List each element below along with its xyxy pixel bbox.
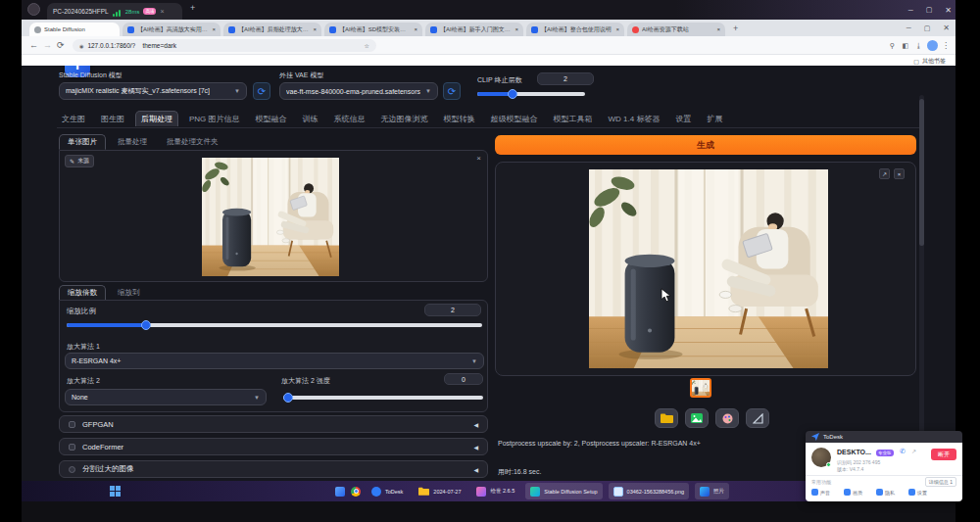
quick-action-sound[interactable]: 声音 [811,489,830,496]
profile-avatar[interactable] [927,40,938,51]
clip-skip-slider[interactable] [477,92,585,96]
slider-knob[interactable] [508,89,517,99]
maximize-icon[interactable]: ▢ [926,6,933,14]
maximize-icon[interactable]: ▢ [924,24,931,32]
chrome-icon[interactable] [351,487,361,497]
disconnect-button[interactable]: 断开 [931,449,956,460]
open-folder-button[interactable] [655,408,678,428]
tab-close-icon[interactable]: × [313,26,317,32]
upscaler2-visibility-value[interactable]: 0 [444,373,483,385]
expand-icon[interactable]: ↗ [879,168,890,179]
tab-scale-to[interactable]: 缩放到 [110,286,148,300]
output-image[interactable] [589,169,828,368]
tab-checkpoint-merger[interactable]: 模型融合 [251,112,292,126]
widgets-icon[interactable] [335,487,345,497]
tab-extras[interactable]: 后期处理 [135,111,178,126]
generate-button[interactable]: 生成 [495,135,916,155]
sd-model-dropdown[interactable]: majicMIX realistic 麦橘写实_v7.safetensors [… [59,82,247,100]
tab-close-icon[interactable]: × [514,26,518,32]
taskbar-item-photos[interactable]: 照片 [695,483,729,499]
scale-value[interactable]: 2 [424,304,481,316]
tab-close-icon[interactable]: × [716,26,720,32]
ruler-button[interactable] [746,408,769,428]
close-panel-icon[interactable]: × [894,168,905,179]
slider-knob[interactable] [141,320,151,330]
tab-close-icon[interactable]: × [615,26,619,32]
checkbox[interactable] [69,421,75,428]
tab-close-icon[interactable]: × [212,26,216,32]
taskbar-item-folder[interactable]: 2024-07-27 [414,483,466,499]
todesk-popup-header[interactable]: ToDesk [806,431,962,443]
new-tab-button[interactable]: + [733,24,738,33]
quick-action-quality[interactable]: 画质 [844,489,862,496]
palette-button[interactable] [715,408,739,428]
tab-png-info[interactable]: PNG 图片信息 [184,112,245,126]
menu-kebab-icon[interactable]: ⋮ [942,36,950,55]
taskbar-item-todesk[interactable]: ToDesk [367,483,408,499]
upscaler2-dropdown[interactable]: None▼ [65,389,267,405]
scale-slider[interactable] [67,323,482,327]
minimize-icon[interactable]: ─ [906,24,911,31]
subtab-batch-folder[interactable]: 批量处理文件夹 [159,135,226,149]
source-image-dropzone[interactable]: ✎来源 × [59,150,488,282]
tab-model-converter[interactable]: 模型转换 [439,112,480,126]
refresh-vae-button[interactable]: ⟳ [443,82,461,100]
tab-super-merger[interactable]: 超级模型融合 [486,112,543,126]
tab-close-icon[interactable]: × [414,26,417,32]
tab-img2img[interactable]: 图生图 [96,112,129,126]
taskbar-item-sd-setup[interactable]: Stable Diffusion Setup [525,483,602,499]
browser-tab[interactable]: 【AI绘画】整合包使用说明× [526,23,624,36]
accordion-codeformer[interactable]: CodeFormer ◀ [59,438,488,455]
start-button[interactable] [110,486,121,497]
upscaler2-visibility-slider[interactable] [283,396,483,400]
clear-image-icon[interactable]: × [476,154,481,163]
upscaler1-dropdown[interactable]: R-ESRGAN 4x+▼ [65,353,484,369]
taskbar-item-launcher[interactable]: 绘世 2.6.5 [471,483,519,499]
input-image[interactable] [202,158,339,276]
bookmark-star-icon[interactable]: ☆ [365,42,369,49]
tab-model-toolkit[interactable]: 模型工具箱 [549,112,598,126]
extension-icon[interactable]: ⚲ [890,36,895,55]
subtab-batch-process[interactable]: 批量处理 [110,135,155,149]
slider-knob[interactable] [283,393,293,403]
scrollbar-thumb[interactable] [919,99,924,246]
browser-tab[interactable]: 【AI绘画】高清放大实用教程× [122,23,220,36]
quick-action-settings[interactable]: 设置 [908,489,927,496]
result-thumbnail[interactable] [690,378,711,398]
tab-scale-by[interactable]: 缩放倍数 [59,285,106,301]
tab-extensions[interactable]: 扩展 [702,112,727,126]
tab-wd14-tagger[interactable]: WD 1.4 标签器 [604,112,665,126]
tab-settings[interactable]: 设置 [670,112,696,126]
new-session-button[interactable]: + [190,3,195,13]
remote-session-tab[interactable]: PC-20240625HFPL 28ms 高清 × [47,3,182,20]
accordion-split-oversize[interactable]: 分割过大的图像 ◀ [59,460,488,478]
call-icon[interactable]: ✆ [900,448,906,455]
tab-system-info[interactable]: 系统信息 [329,112,370,126]
vae-dropdown[interactable]: vae-ft-mse-840000-ema-pruned.safetensors… [279,82,438,100]
download-icon[interactable]: ⭳ [915,36,922,55]
refresh-models-button[interactable]: ⟳ [253,82,270,100]
save-image-button[interactable] [685,408,709,428]
taskbar-item-png-file[interactable]: 03462-1563288456.png [609,483,689,499]
site-info-icon[interactable]: ◉ [79,43,83,49]
minimize-icon[interactable]: ─ [908,7,913,14]
clip-skip-value[interactable]: 2 [537,72,594,85]
details-button[interactable]: 详细信息 1 [925,477,956,487]
checkbox[interactable] [69,466,75,473]
back-icon[interactable]: ← [29,36,38,55]
browser-tab[interactable]: AI绘画资源下载站× [627,23,725,36]
other-bookmarks-button[interactable]: ▢ 其他书签 [913,57,946,66]
subtab-single-image[interactable]: 单张图片 [59,134,106,150]
browser-tab[interactable]: 【AI绘画】新手入门图文教程× [425,23,523,36]
close-icon[interactable]: ✕ [943,24,950,32]
close-icon[interactable]: ✕ [945,6,952,15]
browser-tab[interactable]: 【AI绘画】SD模型安装方法× [324,23,422,36]
browser-tab[interactable]: 【AI绘画】后期处理放大算法× [223,23,321,36]
refresh-icon[interactable]: ⟳ [57,36,65,55]
checkbox[interactable] [69,444,75,451]
close-session-icon[interactable]: × [160,8,164,15]
address-bar[interactable]: ◉ 127.0.0.1:7860/?__theme=dark ☆ [73,39,376,52]
share-icon[interactable]: ↗ [911,448,916,454]
tab-txt2img[interactable]: 文生图 [57,112,90,126]
tab-infinite-browser[interactable]: 无边图像浏览 [376,112,433,126]
